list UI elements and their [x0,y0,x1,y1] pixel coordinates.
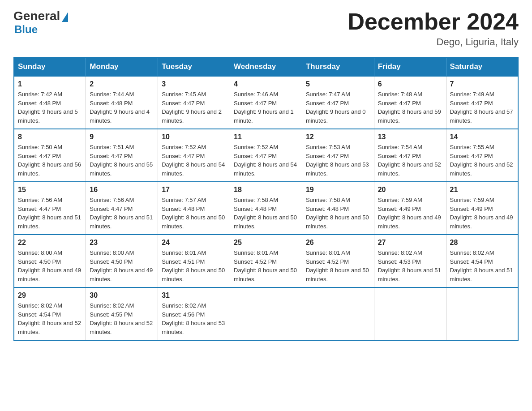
calendar-cell: 5Sunrise: 7:47 AMSunset: 4:47 PMDaylight… [302,76,374,129]
calendar-weekday-wednesday: Wednesday [230,57,302,76]
day-info: Sunrise: 7:58 AMSunset: 4:48 PMDaylight:… [234,196,298,231]
calendar-week-row: 1Sunrise: 7:42 AMSunset: 4:48 PMDaylight… [14,76,518,129]
calendar-cell: 31Sunrise: 8:02 AMSunset: 4:56 PMDayligh… [158,287,230,340]
logo-triangle-icon [62,12,68,22]
calendar-cell: 12Sunrise: 7:53 AMSunset: 4:47 PMDayligh… [302,129,374,182]
calendar-cell: 20Sunrise: 7:59 AMSunset: 4:49 PMDayligh… [374,182,446,235]
day-info: Sunrise: 7:56 AMSunset: 4:47 PMDaylight:… [18,196,82,231]
day-info: Sunrise: 7:58 AMSunset: 4:48 PMDaylight:… [306,196,370,231]
logo: General Blue [13,9,68,36]
calendar-week-row: 29Sunrise: 8:02 AMSunset: 4:54 PMDayligh… [14,287,518,340]
calendar-weekday-tuesday: Tuesday [158,57,230,76]
calendar-cell: 16Sunrise: 7:56 AMSunset: 4:47 PMDayligh… [86,182,158,235]
day-number: 26 [306,239,370,247]
day-number: 24 [162,239,226,247]
day-number: 14 [450,133,514,141]
day-info: Sunrise: 8:02 AMSunset: 4:54 PMDaylight:… [18,301,82,336]
day-info: Sunrise: 8:02 AMSunset: 4:54 PMDaylight:… [450,248,514,283]
calendar-cell: 2Sunrise: 7:44 AMSunset: 4:48 PMDaylight… [86,76,158,129]
calendar-weekday-sunday: Sunday [14,57,86,76]
calendar-cell: 27Sunrise: 8:02 AMSunset: 4:53 PMDayligh… [374,235,446,287]
calendar-header-row: SundayMondayTuesdayWednesdayThursdayFrid… [14,57,518,76]
calendar-week-row: 8Sunrise: 7:50 AMSunset: 4:47 PMDaylight… [14,129,518,182]
day-info: Sunrise: 7:46 AMSunset: 4:47 PMDaylight:… [234,90,298,125]
calendar-cell [446,287,518,340]
day-info: Sunrise: 7:52 AMSunset: 4:47 PMDaylight:… [234,143,298,178]
day-number: 3 [162,80,226,88]
calendar-cell: 3Sunrise: 7:45 AMSunset: 4:47 PMDaylight… [158,76,230,129]
calendar-cell: 19Sunrise: 7:58 AMSunset: 4:48 PMDayligh… [302,182,374,235]
page-header: General Blue December 2024 Dego, Liguria… [13,9,519,48]
day-info: Sunrise: 7:47 AMSunset: 4:47 PMDaylight:… [306,90,370,125]
calendar-weekday-thursday: Thursday [302,57,374,76]
calendar-cell: 24Sunrise: 8:01 AMSunset: 4:51 PMDayligh… [158,235,230,287]
calendar-header: SundayMondayTuesdayWednesdayThursdayFrid… [14,57,518,76]
day-number: 5 [306,80,370,88]
day-number: 12 [306,133,370,141]
day-number: 16 [90,186,154,194]
calendar-cell: 17Sunrise: 7:57 AMSunset: 4:48 PMDayligh… [158,182,230,235]
calendar-weekday-monday: Monday [86,57,158,76]
calendar-cell: 4Sunrise: 7:46 AMSunset: 4:47 PMDaylight… [230,76,302,129]
day-number: 27 [378,239,442,247]
day-number: 23 [90,239,154,247]
calendar-cell: 25Sunrise: 8:01 AMSunset: 4:52 PMDayligh… [230,235,302,287]
day-info: Sunrise: 7:45 AMSunset: 4:47 PMDaylight:… [162,90,226,125]
day-info: Sunrise: 7:48 AMSunset: 4:47 PMDaylight:… [378,90,442,125]
calendar-cell: 9Sunrise: 7:51 AMSunset: 4:47 PMDaylight… [86,129,158,182]
calendar-table: SundayMondayTuesdayWednesdayThursdayFrid… [13,57,519,341]
day-number: 18 [234,186,298,194]
day-number: 29 [18,291,82,300]
calendar-cell: 1Sunrise: 7:42 AMSunset: 4:48 PMDaylight… [14,76,86,129]
day-number: 20 [378,186,442,194]
calendar-cell: 7Sunrise: 7:49 AMSunset: 4:47 PMDaylight… [446,76,518,129]
day-info: Sunrise: 8:01 AMSunset: 4:52 PMDaylight:… [234,248,298,283]
day-number: 6 [378,80,442,88]
day-info: Sunrise: 8:00 AMSunset: 4:50 PMDaylight:… [90,248,154,283]
calendar-cell: 18Sunrise: 7:58 AMSunset: 4:48 PMDayligh… [230,182,302,235]
day-number: 19 [306,186,370,194]
day-info: Sunrise: 8:01 AMSunset: 4:51 PMDaylight:… [162,248,226,283]
calendar-cell: 15Sunrise: 7:56 AMSunset: 4:47 PMDayligh… [14,182,86,235]
calendar-cell: 29Sunrise: 8:02 AMSunset: 4:54 PMDayligh… [14,287,86,340]
calendar-cell: 6Sunrise: 7:48 AMSunset: 4:47 PMDaylight… [374,76,446,129]
day-info: Sunrise: 7:57 AMSunset: 4:48 PMDaylight:… [162,196,226,231]
day-number: 28 [450,239,514,247]
day-number: 9 [90,133,154,141]
calendar-cell: 28Sunrise: 8:02 AMSunset: 4:54 PMDayligh… [446,235,518,287]
calendar-cell: 11Sunrise: 7:52 AMSunset: 4:47 PMDayligh… [230,129,302,182]
day-number: 21 [450,186,514,194]
day-number: 11 [234,133,298,141]
day-number: 22 [18,239,82,247]
calendar-cell: 8Sunrise: 7:50 AMSunset: 4:47 PMDaylight… [14,129,86,182]
calendar-cell [302,287,374,340]
calendar-cell: 26Sunrise: 8:01 AMSunset: 4:52 PMDayligh… [302,235,374,287]
calendar-week-row: 22Sunrise: 8:00 AMSunset: 4:50 PMDayligh… [14,235,518,287]
day-info: Sunrise: 7:59 AMSunset: 4:49 PMDaylight:… [378,196,442,231]
day-info: Sunrise: 7:55 AMSunset: 4:47 PMDaylight:… [450,143,514,178]
location-subtitle: Dego, Liguria, Italy [348,36,519,48]
day-number: 2 [90,80,154,88]
calendar-cell: 14Sunrise: 7:55 AMSunset: 4:47 PMDayligh… [446,129,518,182]
calendar-cell: 10Sunrise: 7:52 AMSunset: 4:47 PMDayligh… [158,129,230,182]
day-info: Sunrise: 7:56 AMSunset: 4:47 PMDaylight:… [90,196,154,231]
calendar-cell: 30Sunrise: 8:02 AMSunset: 4:55 PMDayligh… [86,287,158,340]
day-number: 13 [378,133,442,141]
logo-general-text: General [13,9,60,23]
day-info: Sunrise: 7:54 AMSunset: 4:47 PMDaylight:… [378,143,442,178]
day-number: 31 [162,291,226,300]
calendar-cell [230,287,302,340]
day-number: 1 [18,80,82,88]
logo-blue-text: Blue [14,23,38,36]
day-number: 30 [90,291,154,300]
calendar-cell: 21Sunrise: 7:59 AMSunset: 4:49 PMDayligh… [446,182,518,235]
day-number: 15 [18,186,82,194]
day-info: Sunrise: 8:02 AMSunset: 4:55 PMDaylight:… [90,301,154,336]
day-number: 25 [234,239,298,247]
day-number: 8 [18,133,82,141]
day-number: 4 [234,80,298,88]
calendar-week-row: 15Sunrise: 7:56 AMSunset: 4:47 PMDayligh… [14,182,518,235]
day-info: Sunrise: 7:52 AMSunset: 4:47 PMDaylight:… [162,143,226,178]
calendar-cell [374,287,446,340]
day-info: Sunrise: 7:49 AMSunset: 4:47 PMDaylight:… [450,90,514,125]
